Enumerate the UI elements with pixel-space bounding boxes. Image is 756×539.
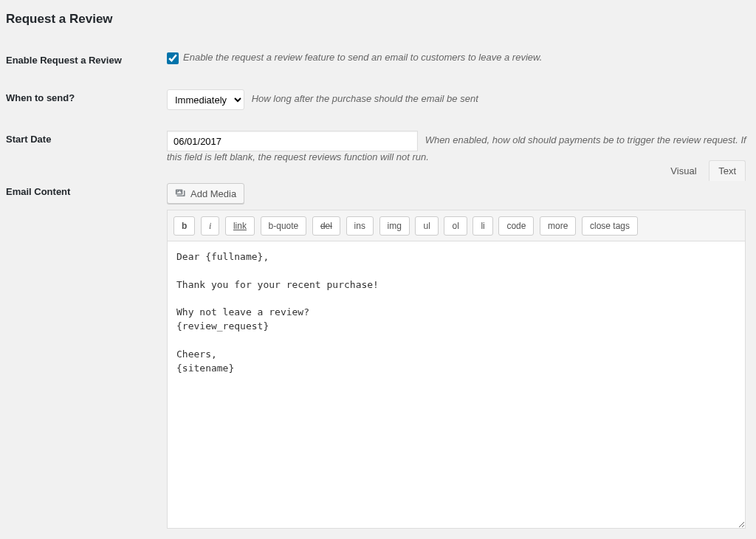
media-icon <box>175 188 187 199</box>
editor-wrap: Add Media Visual Text b i link b-quote <box>167 183 746 531</box>
settings-table: Enable Request a Review Enable the reque… <box>6 41 750 539</box>
add-media-button[interactable]: Add Media <box>167 183 244 204</box>
qt-close[interactable]: close tags <box>582 216 638 236</box>
enable-checkbox[interactable] <box>167 52 179 64</box>
qt-bold[interactable]: b <box>173 216 195 236</box>
section-title: Request a Review <box>6 12 750 27</box>
when-label: When to send? <box>6 79 167 120</box>
add-media-label: Add Media <box>190 188 236 199</box>
email-content-label: Email Content <box>6 173 167 539</box>
qt-code[interactable]: code <box>498 216 534 236</box>
enable-desc: Enable the request a review feature to s… <box>183 52 542 63</box>
qt-img[interactable]: img <box>379 216 410 236</box>
qt-link[interactable]: link <box>225 216 255 236</box>
when-select[interactable]: Immediately <box>167 89 244 110</box>
qt-del[interactable]: del <box>312 216 340 236</box>
qt-ins[interactable]: ins <box>346 216 374 236</box>
tab-visual[interactable]: Visual <box>661 160 706 181</box>
when-desc: How long after the purchase should the e… <box>252 93 478 104</box>
start-date-input[interactable] <box>167 131 418 151</box>
qt-ol[interactable]: ol <box>444 216 467 236</box>
qt-li[interactable]: li <box>472 216 492 236</box>
tab-text[interactable]: Text <box>709 160 746 181</box>
enable-label: Enable Request a Review <box>6 41 167 79</box>
qt-italic[interactable]: i <box>201 216 219 236</box>
qt-bquote[interactable]: b-quote <box>261 216 307 236</box>
quicktags-toolbar: b i link b-quote del ins img ul ol li co… <box>167 210 746 241</box>
start-date-label: Start Date <box>6 120 167 173</box>
email-content-textarea[interactable] <box>167 241 746 529</box>
qt-more[interactable]: more <box>540 216 576 236</box>
qt-ul[interactable]: ul <box>415 216 438 236</box>
